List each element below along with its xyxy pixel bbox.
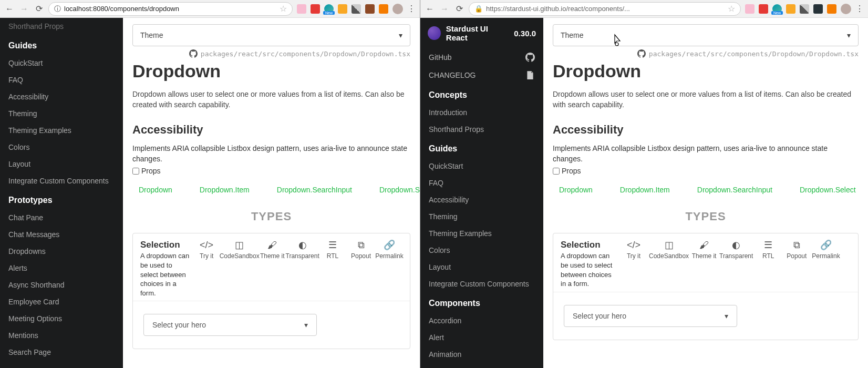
source-path[interactable]: packages/react/src/components/Dropdown/D…: [553, 49, 859, 58]
sidebar-item[interactable]: Accessibility: [420, 191, 543, 208]
extension-icon[interactable]: [297, 4, 306, 14]
tool-rtl[interactable]: ☰RTL: [319, 240, 346, 260]
sidebar-item[interactable]: QuickStart: [420, 158, 543, 175]
sidebar-item[interactable]: Async Shorthand: [0, 277, 123, 293]
props-checkbox[interactable]: [553, 168, 560, 175]
star-icon[interactable]: ☆: [728, 4, 735, 14]
types-heading: TYPES: [132, 210, 410, 223]
sidebar-item-theming-examples[interactable]: Theming Examples: [0, 122, 123, 139]
extension-icon[interactable]: [827, 4, 836, 14]
sidebar-item[interactable]: Alerts: [0, 260, 123, 277]
tool-transparent[interactable]: ◐Transparent: [719, 240, 753, 260]
tab-dropdown[interactable]: Dropdown: [553, 183, 599, 196]
extension-icon[interactable]: [365, 4, 375, 14]
sidebar-item[interactable]: Shorthand Props: [420, 121, 543, 138]
tab-dropdown[interactable]: Dropdown: [132, 183, 179, 196]
tool-try-it[interactable]: </>Try it: [621, 240, 647, 260]
tool-codesandbox[interactable]: ◫CodeSandbox: [649, 240, 689, 260]
tab-dropdown-searchinput[interactable]: Dropdown.SearchInput: [271, 183, 358, 196]
back-icon[interactable]: ←: [425, 4, 435, 14]
github-icon: [637, 49, 646, 58]
sidebar-item-integrate[interactable]: Integrate Custom Components: [0, 172, 123, 189]
sidebar-item-colors[interactable]: Colors: [0, 139, 123, 156]
popout-icon: ⧉: [793, 240, 800, 250]
tab-dropdown-item[interactable]: Dropdown.Item: [614, 183, 676, 196]
sidebar-item[interactable]: Mentions: [0, 327, 123, 344]
tool-try-it[interactable]: </>Try it: [193, 240, 220, 260]
example-dropdown[interactable]: Select your hero ▾: [564, 305, 737, 327]
sidebar-item[interactable]: FAQ: [420, 175, 543, 191]
tab-dropdown-item[interactable]: Dropdown.Item: [193, 183, 256, 196]
theme-select[interactable]: Theme ▾: [132, 24, 410, 46]
sidebar-item[interactable]: Alert: [420, 329, 543, 346]
sidebar-item[interactable]: Integrate Custom Components: [420, 275, 543, 292]
sidebar-item-accessibility[interactable]: Accessibility: [0, 88, 123, 105]
back-icon[interactable]: ←: [4, 4, 15, 14]
tab-dropdown-select[interactable]: Dropdown.Select: [373, 183, 420, 196]
link-icon: 🔗: [820, 240, 832, 250]
extension-icon[interactable]: [311, 4, 320, 14]
extension-icon[interactable]: [379, 4, 388, 14]
reload-icon[interactable]: ⟳: [454, 4, 464, 14]
props-checkbox[interactable]: [132, 168, 139, 175]
star-icon[interactable]: ☆: [280, 4, 287, 14]
sidebar-item[interactable]: Theming Examples: [420, 225, 543, 242]
menu-icon[interactable]: ⋮: [407, 4, 416, 14]
url-bar[interactable]: 🔒 https://stardust-ui.github.io/react/co…: [469, 2, 741, 16]
source-path[interactable]: packages/react/src/components/Dropdown/D…: [132, 49, 410, 58]
tool-rtl[interactable]: ☰RTL: [755, 240, 781, 260]
sidebar-item-quickstart[interactable]: QuickStart: [0, 55, 123, 71]
url-bar[interactable]: ⓘ localhost:8080/components/dropdown ☆: [48, 2, 293, 16]
extension-icon[interactable]: [352, 4, 361, 14]
example-dropdown[interactable]: Select your hero ▾: [143, 314, 317, 336]
sidebar-item[interactable]: Chat Messages: [0, 226, 123, 243]
tool-permalink[interactable]: 🔗Permalink: [812, 240, 840, 260]
source-path-text: packages/react/src/components/Dropdown/D…: [201, 50, 410, 58]
extension-icon[interactable]: [338, 4, 347, 14]
avatar[interactable]: [392, 4, 403, 14]
theme-select[interactable]: Theme ▾: [553, 24, 859, 46]
tool-theme-it[interactable]: 🖌Theme it: [259, 240, 285, 260]
sidebar-item[interactable]: Meeting Options: [0, 310, 123, 327]
sidebar-item[interactable]: Accordion: [420, 312, 543, 329]
tool-popout[interactable]: ⧉Popout: [783, 240, 810, 260]
tool-popout[interactable]: ⧉Popout: [348, 240, 374, 260]
sidebar-item[interactable]: Theming: [420, 208, 543, 225]
extension-icon[interactable]: [813, 4, 823, 14]
menu-icon[interactable]: ⋮: [855, 4, 864, 14]
sidebar-item[interactable]: Shorthand Props: [0, 18, 123, 35]
sidebar-item[interactable]: Animation: [420, 346, 543, 363]
tool-permalink[interactable]: 🔗Permalink: [376, 240, 402, 260]
extension-icon[interactable]: [324, 4, 334, 14]
sidebar-item[interactable]: Colors: [420, 242, 543, 259]
sidebar-item[interactable]: Search Page: [0, 344, 123, 361]
extension-icon[interactable]: [800, 4, 809, 14]
forward-icon[interactable]: →: [439, 4, 450, 14]
chevron-down-icon: ▾: [725, 312, 728, 320]
sidebar-item[interactable]: Chat Pane: [0, 209, 123, 226]
sidebar-link-github[interactable]: GitHub: [420, 48, 543, 66]
tab-dropdown-searchinput[interactable]: Dropdown.SearchInput: [691, 183, 779, 196]
avatar[interactable]: [841, 4, 851, 14]
tool-theme-it[interactable]: 🖌Theme it: [691, 240, 717, 260]
extension-icon[interactable]: [772, 4, 782, 14]
extension-icon[interactable]: [786, 4, 795, 14]
tab-dropdown-select[interactable]: Dropdown.Select: [793, 183, 862, 196]
sidebar-item[interactable]: Employee Card: [0, 293, 123, 310]
props-toggle[interactable]: Props: [132, 166, 410, 175]
props-toggle[interactable]: Props: [553, 166, 859, 175]
example-card: Selection A dropdown can be used to sele…: [553, 233, 859, 340]
extension-icon[interactable]: [745, 4, 755, 14]
forward-icon[interactable]: →: [19, 4, 29, 14]
sidebar-item[interactable]: Dropdowns: [0, 243, 123, 260]
sidebar-item[interactable]: Introduction: [420, 104, 543, 121]
extension-icon[interactable]: [759, 4, 768, 14]
sidebar-item-theming[interactable]: Theming: [0, 105, 123, 122]
tool-codesandbox[interactable]: ◫CodeSandbox: [222, 240, 257, 260]
sidebar-item[interactable]: Layout: [420, 259, 543, 275]
sidebar-link-changelog[interactable]: CHANGELOG: [420, 66, 543, 84]
sidebar-item-faq[interactable]: FAQ: [0, 71, 123, 88]
reload-icon[interactable]: ⟳: [34, 4, 44, 14]
sidebar-item-layout[interactable]: Layout: [0, 156, 123, 172]
tool-transparent[interactable]: ◐Transparent: [287, 240, 317, 260]
